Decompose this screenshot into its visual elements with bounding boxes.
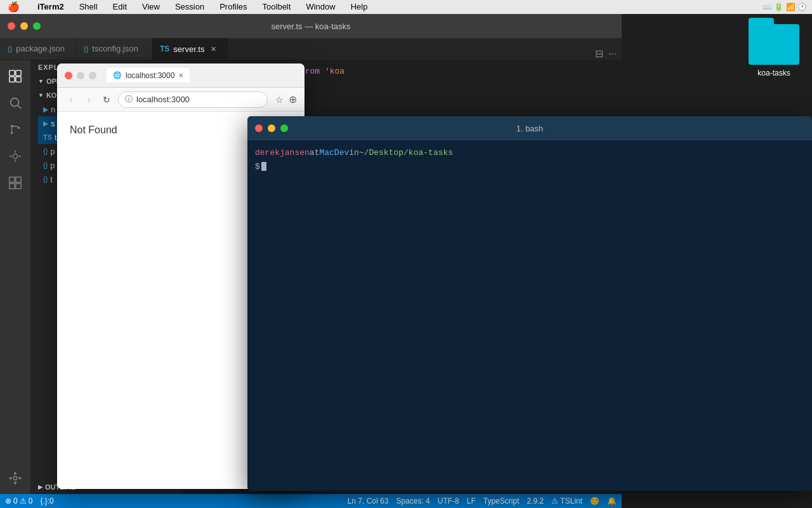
terminal-prompt-line: derekjansen at MacDev in ~/Desktop/koa-t… (255, 147, 804, 159)
activity-explorer[interactable] (4, 65, 26, 87)
svg-point-7 (11, 132, 13, 135)
json-status[interactable]: {.}:0 (40, 497, 53, 505)
status-right: Ln 7, Col 63 Spaces: 4 UTF-8 LF TypeScri… (348, 497, 617, 505)
file-p1-icon: {} (43, 147, 48, 155)
tslint-status[interactable]: ⚠ TSLint (551, 497, 582, 505)
status-bar: ⊗ 0 ⚠ 0 {.}:0 Ln 7, Col 63 Spaces: 4 UTF… (0, 494, 622, 508)
svg-rect-11 (16, 177, 21, 182)
menubar-iterm2[interactable]: iTerm2 (35, 0, 67, 14)
file-encoding[interactable]: UTF-8 (438, 497, 459, 505)
activity-extensions[interactable] (4, 172, 26, 194)
terminal-body[interactable]: derekjansen at MacDev in ~/Desktop/koa-t… (247, 140, 812, 491)
menubar-icons: ⌨️ 🔋 📶 🕐 (763, 3, 807, 11)
svg-point-14 (13, 476, 17, 480)
browser-minimize[interactable] (77, 72, 84, 79)
minimize-button[interactable] (20, 22, 28, 30)
file-t-label: t (50, 175, 53, 184)
browser-nav: ‹ › ↻ ⓘ localhost:3000 ☆ ⊕ (57, 88, 304, 112)
tab-label-package: package.json (16, 44, 65, 53)
tab-close-server[interactable]: × (211, 44, 216, 54)
maximize-button[interactable] (33, 22, 41, 30)
vscode-titlebar: server.ts — koa-tasks (0, 14, 622, 38)
tab-package-json[interactable]: {} package.json (0, 37, 76, 60)
cursor-position[interactable]: Ln 7, Col 63 (348, 497, 389, 505)
folder-icon: ▶ (43, 105, 48, 114)
url-bar[interactable]: ⓘ localhost:3000 (118, 91, 268, 108)
errors-indicator[interactable]: ⊗ 0 ⚠ 0 (5, 497, 32, 505)
menubar-toolbelt[interactable]: Toolbelt (260, 0, 294, 14)
activity-search[interactable] (4, 92, 26, 114)
file-p1-label: p (50, 147, 55, 156)
open-editors-chevron: ▼ (38, 78, 44, 84)
terminal-maximize[interactable] (280, 124, 288, 132)
menubar: 🍎 iTerm2 Shell Edit View Session Profile… (0, 0, 812, 14)
file-n-label: n (51, 105, 55, 114)
tab-actions: ⊟ ··· (590, 48, 622, 60)
menubar-help[interactable]: Help (348, 0, 370, 14)
svg-rect-13 (16, 184, 21, 189)
menubar-profiles[interactable]: Profiles (217, 0, 249, 14)
url-secure-icon: ⓘ (125, 94, 133, 105)
file-p2-label: p (50, 161, 55, 170)
back-button[interactable]: ‹ (65, 93, 77, 106)
tab-label-tsconfig: tsconfig.json (92, 44, 138, 53)
terminal-minimize[interactable] (268, 124, 275, 132)
tab-icon-package: {} (8, 45, 12, 53)
warning-count: 0 (29, 497, 33, 505)
svg-line-5 (18, 105, 21, 109)
koa-tasks-folder[interactable]: koa-tasks (736, 14, 812, 88)
browser-traffic-lights (65, 72, 96, 79)
not-found-message: Not Found (70, 124, 117, 135)
url-text: localhost:3000 (136, 95, 190, 104)
forward-button[interactable]: › (82, 93, 95, 106)
emoji-status[interactable]: 😊 (590, 497, 599, 505)
browser-tab[interactable]: 🌐 localhost:3000 × (107, 68, 190, 83)
ts-version[interactable]: 2.9.2 (527, 497, 544, 505)
menubar-shell[interactable]: Shell (77, 0, 100, 14)
activity-git[interactable] (4, 119, 26, 140)
terminal-window: 1. bash derekjansen at MacDev in ~/Deskt… (247, 116, 812, 491)
browser-tab-close[interactable]: × (178, 70, 183, 80)
terminal-titlebar: 1. bash (247, 116, 812, 140)
bookmark-button[interactable]: ☆ (275, 95, 284, 105)
svg-rect-10 (10, 177, 15, 182)
browser-tab-icon: 🌐 (113, 71, 122, 79)
activity-settings[interactable] (4, 467, 26, 489)
terminal-title: 1. bash (516, 124, 544, 133)
apple-menu[interactable]: 🍎 (5, 0, 22, 14)
terminal-path: ~/Desktop/koa-tasks (359, 147, 453, 159)
vscode-traffic-lights (8, 22, 41, 30)
terminal-user: derekjansen (255, 147, 310, 159)
tab-server-ts[interactable]: TS server.ts × (152, 37, 228, 60)
activity-debug[interactable] (4, 145, 26, 167)
ts-file-icon: TS (43, 133, 52, 141)
reload-button[interactable]: ↻ (100, 93, 113, 106)
activity-bar (0, 60, 30, 494)
koa-tasks-chevron: ▼ (38, 92, 44, 98)
language-mode[interactable]: TypeScript (483, 497, 520, 505)
menubar-right: ⌨️ 🔋 📶 🕐 (763, 3, 807, 11)
line-endings[interactable]: LF (467, 497, 476, 505)
close-button[interactable] (8, 22, 15, 30)
menubar-session[interactable]: Session (173, 0, 207, 14)
split-editor-icon[interactable]: ⊟ (595, 48, 603, 60)
terminal-in: in (349, 147, 359, 159)
svg-point-4 (11, 98, 19, 107)
menubar-view[interactable]: View (140, 0, 162, 14)
more-actions-icon[interactable]: ··· (608, 48, 617, 60)
terminal-at: at (310, 147, 320, 159)
window-title: server.ts — koa-tasks (272, 22, 351, 31)
menubar-window[interactable]: Window (303, 0, 337, 14)
svg-point-9 (13, 154, 17, 158)
browser-maximize[interactable] (89, 72, 96, 79)
menubar-edit[interactable]: Edit (110, 0, 129, 14)
terminal-host: MacDev (319, 147, 349, 159)
browser-close[interactable] (65, 72, 72, 79)
notification-bell[interactable]: 🔔 (607, 497, 617, 505)
terminal-close[interactable] (255, 124, 263, 132)
indent-type[interactable]: Spaces: 4 (396, 497, 429, 505)
extension-button[interactable]: ⊕ (289, 93, 297, 105)
file-t-icon: {} (43, 175, 48, 183)
tab-tsconfig-json[interactable]: {} tsconfig.json (76, 37, 152, 60)
error-count: 0 (13, 497, 18, 505)
